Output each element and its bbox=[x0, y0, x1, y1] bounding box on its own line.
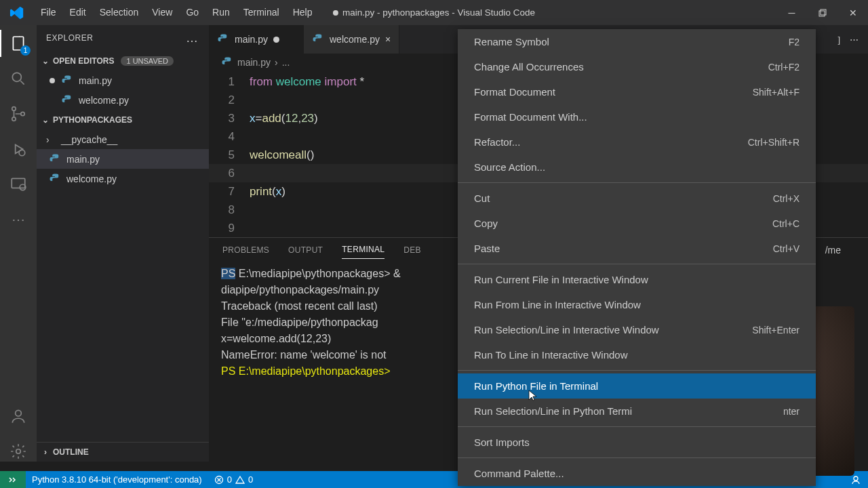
menu-terminal[interactable]: Terminal bbox=[237, 0, 286, 25]
python-file-icon bbox=[61, 75, 73, 87]
mouse-cursor-icon bbox=[528, 390, 539, 403]
debug-icon[interactable] bbox=[8, 139, 28, 159]
activity-bar: 1 ⋯ bbox=[0, 25, 37, 462]
editor-tab[interactable]: main.py bbox=[209, 25, 304, 54]
modified-indicator-icon bbox=[273, 37, 279, 43]
problems-status[interactable]: 0 0 bbox=[208, 474, 259, 485]
svg-point-4 bbox=[12, 117, 16, 121]
python-file-icon bbox=[221, 56, 233, 68]
context-menu-item[interactable]: Command Palette... bbox=[458, 461, 816, 486]
tree-item[interactable]: welcome.py bbox=[37, 169, 209, 188]
remote-explorer-icon[interactable] bbox=[8, 174, 28, 195]
sidebar-more-icon[interactable]: … bbox=[186, 31, 199, 45]
window-title: main.py - pythonpackages - Visual Studio… bbox=[333, 7, 535, 18]
close-button[interactable]: ✕ bbox=[837, 0, 868, 25]
open-editors-section[interactable]: ⌄ OPEN EDITORS 1 UNSAVED bbox=[37, 51, 209, 70]
context-menu-item[interactable]: Change All OccurrencesCtrl+F2 bbox=[458, 54, 816, 79]
more-icon[interactable]: ⋯ bbox=[8, 209, 28, 230]
context-menu-item[interactable]: Run To Line in Interactive Window bbox=[458, 342, 816, 367]
python-file-icon bbox=[312, 33, 324, 45]
close-tab-icon[interactable]: × bbox=[385, 34, 391, 45]
settings-icon[interactable] bbox=[8, 441, 28, 462]
context-menu-item[interactable]: CutCtrl+X bbox=[458, 186, 816, 211]
more-actions-icon[interactable]: ⋯ bbox=[850, 35, 859, 45]
line-number: 7 bbox=[209, 182, 250, 201]
python-file-icon bbox=[49, 173, 61, 185]
search-icon[interactable] bbox=[8, 68, 28, 89]
context-menu-item[interactable]: Run Current File in Interactive Window bbox=[458, 267, 816, 292]
python-file-icon bbox=[61, 94, 73, 106]
menu-file[interactable]: File bbox=[34, 0, 63, 25]
minimize-button[interactable]: ─ bbox=[776, 0, 807, 25]
menu-bar: FileEditSelectionViewGoRunTerminalHelp bbox=[34, 0, 319, 25]
python-file-icon bbox=[217, 33, 229, 45]
context-menu-item[interactable]: Refactor...Ctrl+Shift+R bbox=[458, 129, 816, 155]
sidebar-title: EXPLORER bbox=[46, 33, 93, 43]
line-number: 8 bbox=[209, 201, 250, 219]
menu-run[interactable]: Run bbox=[205, 0, 237, 25]
context-menu-item[interactable]: Source Action... bbox=[458, 155, 816, 180]
explorer-icon[interactable]: 1 bbox=[8, 33, 28, 54]
panel-tab-deb[interactable]: DEB bbox=[403, 241, 421, 259]
context-menu-item[interactable]: CopyCtrl+C bbox=[458, 211, 816, 236]
svg-point-10 bbox=[16, 449, 21, 454]
modified-indicator-icon bbox=[50, 78, 55, 83]
line-number: 1 bbox=[209, 73, 250, 91]
unsaved-badge: 1 UNSAVED bbox=[121, 56, 174, 66]
outline-section[interactable]: › OUTLINE bbox=[37, 442, 209, 462]
maximize-button[interactable] bbox=[807, 0, 837, 25]
line-number: 9 bbox=[209, 219, 250, 237]
window-controls: ─ ✕ bbox=[776, 0, 868, 25]
line-number: 6 bbox=[209, 164, 250, 182]
menu-selection[interactable]: Selection bbox=[93, 0, 146, 25]
svg-point-3 bbox=[12, 107, 16, 110]
context-menu-item[interactable]: PasteCtrl+V bbox=[458, 236, 816, 261]
editor-tab[interactable]: welcome.py× bbox=[304, 25, 399, 54]
chevron-down-icon: ⌄ bbox=[41, 56, 50, 66]
panel-tab-terminal[interactable]: TERMINAL bbox=[342, 241, 384, 259]
line-number: 2 bbox=[209, 91, 250, 109]
folder-section[interactable]: ⌄ PYTHONPACKAGES bbox=[37, 110, 209, 129]
open-editor-item[interactable]: welcome.py bbox=[37, 90, 209, 110]
split-editor-icon[interactable]: ] bbox=[837, 35, 840, 45]
modified-indicator-icon bbox=[333, 10, 338, 16]
context-menu-item[interactable]: Sort Imports bbox=[458, 430, 816, 455]
svg-rect-1 bbox=[821, 9, 826, 15]
context-menu-item[interactable]: Run From Line in Interactive Window bbox=[458, 292, 816, 317]
python-interpreter[interactable]: Python 3.8.10 64-bit ('development': con… bbox=[26, 474, 208, 485]
line-number: 3 bbox=[209, 109, 250, 127]
menu-help[interactable]: Help bbox=[286, 0, 319, 25]
context-menu-item[interactable]: Run Python File in Terminal bbox=[458, 373, 816, 399]
account-icon[interactable] bbox=[8, 406, 28, 426]
svg-point-6 bbox=[19, 150, 25, 156]
menu-go[interactable]: Go bbox=[179, 0, 205, 25]
svg-point-5 bbox=[21, 112, 24, 115]
tree-item[interactable]: main.py bbox=[37, 149, 209, 169]
svg-point-2 bbox=[12, 73, 21, 81]
context-menu-item[interactable]: Format DocumentShift+Alt+F bbox=[458, 79, 816, 104]
panel-tab-problems[interactable]: PROBLEMS bbox=[222, 241, 269, 259]
menu-view[interactable]: View bbox=[145, 0, 179, 25]
sidebar: EXPLORER … ⌄ OPEN EDITORS 1 UNSAVED main… bbox=[37, 25, 209, 462]
chevron-right-icon: › bbox=[41, 447, 50, 457]
panel-tab-output[interactable]: OUTPUT bbox=[288, 241, 323, 259]
svg-point-12 bbox=[854, 476, 858, 481]
chevron-down-icon: ⌄ bbox=[41, 115, 50, 125]
tree-item[interactable]: ›__pycache__ bbox=[37, 129, 209, 149]
line-number: 5 bbox=[209, 146, 250, 164]
vscode-logo-icon bbox=[0, 5, 34, 20]
context-menu-item[interactable]: Run Selection/Line in Interactive Window… bbox=[458, 317, 816, 342]
context-menu-item[interactable]: Rename SymbolF2 bbox=[458, 29, 816, 54]
context-menu: Rename SymbolF2Change All OccurrencesCtr… bbox=[458, 29, 816, 486]
open-editor-item[interactable]: main.py bbox=[37, 70, 209, 90]
context-menu-item[interactable]: Run Selection/Line in Python Terminter bbox=[458, 399, 816, 424]
svg-point-9 bbox=[16, 410, 22, 416]
svg-rect-0 bbox=[819, 11, 825, 16]
source-control-icon[interactable] bbox=[8, 104, 28, 124]
remote-indicator[interactable] bbox=[0, 471, 26, 488]
menu-edit[interactable]: Edit bbox=[63, 0, 93, 25]
chevron-right-icon: › bbox=[46, 134, 56, 145]
title-bar: FileEditSelectionViewGoRunTerminalHelp m… bbox=[0, 0, 868, 25]
context-menu-item[interactable]: Format Document With... bbox=[458, 104, 816, 129]
line-number: 4 bbox=[209, 127, 250, 146]
